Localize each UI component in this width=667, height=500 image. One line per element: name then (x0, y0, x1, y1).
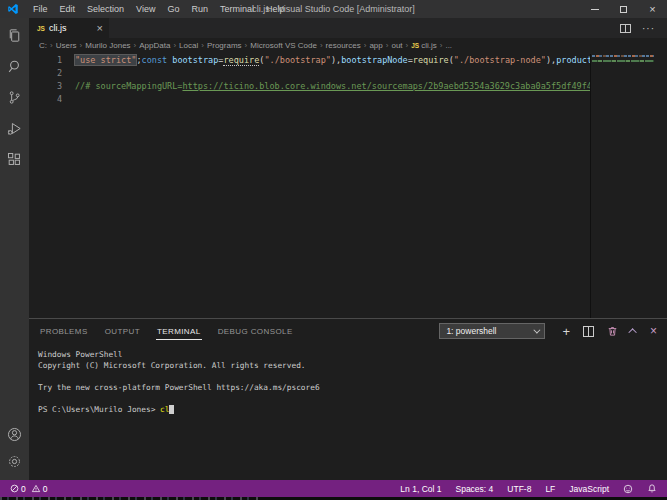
terminal-line (38, 393, 667, 404)
terminal-selector-value: 1: powershell (446, 326, 496, 336)
js-file-icon: JS (411, 42, 419, 49)
status-language-mode[interactable]: JavaScript (569, 484, 609, 494)
breadcrumb-segment[interactable]: app (368, 41, 383, 50)
breadcrumb: C:›Users›Murilo Jones›AppData›Local›Prog… (29, 38, 667, 52)
explorer-icon[interactable] (6, 27, 23, 44)
breadcrumb-segment[interactable]: out (390, 41, 403, 50)
code-token: product (556, 55, 590, 65)
code-token: "use strict" (75, 55, 136, 65)
kill-terminal-icon[interactable] (607, 325, 618, 337)
breadcrumb-separator-icon: › (199, 41, 206, 50)
manage-icon[interactable] (6, 453, 23, 470)
menu-selection[interactable]: Selection (81, 0, 130, 18)
code-token: bootstrapNode (341, 55, 408, 65)
tab-close-icon[interactable]: × (97, 23, 103, 34)
error-count: 0 (21, 484, 26, 494)
menu-edit[interactable]: Edit (54, 0, 82, 18)
breadcrumb-segment[interactable]: resources (325, 41, 362, 50)
breadcrumb-segment[interactable]: JScli.js (410, 41, 438, 50)
breadcrumb-separator-icon: › (404, 41, 411, 50)
new-terminal-icon[interactable]: + (562, 325, 570, 338)
terminal-selector-dropdown[interactable]: 1: powershell (439, 323, 545, 339)
breadcrumb-segment[interactable]: Murilo Jones (84, 41, 131, 50)
breadcrumb-segment[interactable]: Local (178, 41, 199, 50)
tab-clijs[interactable]: JS cli.js × (29, 18, 109, 38)
line-number: 4 (29, 93, 75, 106)
run-and-debug-icon[interactable] (6, 120, 23, 137)
code-token: require (413, 55, 449, 65)
tab-label: cli.js (49, 23, 67, 33)
more-actions-icon[interactable]: ··· (642, 23, 655, 34)
vscode-logo-icon (7, 3, 19, 15)
breadcrumb-separator-icon: › (438, 41, 445, 50)
breadcrumb-separator-icon: › (362, 41, 369, 50)
warning-count: 0 (43, 484, 48, 494)
breadcrumb-segment[interactable]: C: (38, 41, 48, 50)
window-controls: × (580, 0, 667, 18)
terminal-line: Copyright (C) Microsoft Corporation. All… (38, 360, 667, 371)
breadcrumb-segment[interactable]: AppData (138, 41, 171, 50)
minimap[interactable] (591, 54, 655, 318)
panel-tabs: PROBLEMSOUTPUTTERMINALDEBUG CONSOLE (39, 322, 294, 340)
close-window-button[interactable]: × (638, 0, 667, 18)
terminal-command: cl (160, 405, 169, 414)
code-line: 3//# sourceMappingURL=https://ticino.blo… (29, 80, 590, 93)
terminal-prompt: PS C:\Users\Murilo Jones> (38, 405, 160, 414)
breadcrumb-separator-icon: › (78, 41, 85, 50)
activity-bar (0, 18, 29, 480)
close-panel-icon[interactable]: × (650, 325, 657, 337)
panel-tab-debug-console[interactable]: DEBUG CONSOLE (217, 322, 294, 340)
source-control-icon[interactable] (6, 89, 23, 106)
menu-view[interactable]: View (130, 0, 161, 18)
breadcrumb-segment-label: cli.js (421, 41, 437, 50)
tab-bar: JS cli.js × ··· (29, 18, 667, 38)
panel-actions: 1: powershell +× (439, 323, 657, 339)
panel-tab-problems[interactable]: PROBLEMS (39, 322, 89, 340)
minimize-button[interactable] (580, 0, 609, 18)
breadcrumb-separator-icon: › (171, 41, 178, 50)
breadcrumb-segment[interactable]: Programs (206, 41, 243, 50)
breadcrumb-separator-icon: › (48, 41, 55, 50)
bottom-panel: PROBLEMSOUTPUTTERMINALDEBUG CONSOLE 1: p… (29, 318, 667, 480)
breadcrumb-segment[interactable]: Microsoft VS Code (249, 41, 318, 50)
code-area[interactable]: 1"use strict";const bootstrap=require(".… (29, 54, 590, 318)
code-token: //# sourceMappingURL= (75, 81, 182, 91)
menu-file[interactable]: File (27, 0, 54, 18)
maximize-button[interactable] (609, 0, 638, 18)
notifications-bell-icon[interactable] (647, 483, 657, 494)
panel-tab-output[interactable]: OUTPUT (104, 322, 141, 340)
terminal-cursor (169, 405, 174, 414)
accounts-icon[interactable] (6, 426, 23, 443)
maximize-panel-icon[interactable] (631, 328, 637, 334)
code-editor[interactable]: 1"use strict";const bootstrap=require(".… (29, 52, 667, 318)
status-eol[interactable]: LF (545, 484, 555, 494)
panel-header: PROBLEMSOUTPUTTERMINALDEBUG CONSOLE 1: p… (29, 319, 667, 343)
problems-status[interactable]: 0 0 (10, 484, 47, 494)
breadcrumb-segment[interactable]: ... (444, 41, 453, 50)
line-number: 1 (29, 54, 75, 67)
breadcrumb-segment-label: app (369, 41, 382, 50)
feedback-smiley-icon[interactable] (623, 484, 633, 494)
breadcrumb-segment-label: AppData (139, 41, 170, 50)
split-editor-icon[interactable] (620, 24, 631, 33)
terminal-prompt-line: PS C:\Users\Murilo Jones> cl (38, 404, 667, 415)
window-title: cli.js - Visual Studio Code [Administrat… (252, 4, 414, 14)
terminal-output[interactable]: Windows PowerShellCopyright (C) Microsof… (29, 343, 667, 480)
search-icon[interactable] (6, 58, 23, 75)
panel-tab-terminal[interactable]: TERMINAL (156, 322, 202, 340)
breadcrumb-separator-icon: › (318, 41, 325, 50)
menu-run[interactable]: Run (185, 0, 214, 18)
extensions-icon[interactable] (6, 151, 23, 168)
code-line-content: //# sourceMappingURL=https://ticino.blob… (75, 80, 590, 93)
status-encoding[interactable]: UTF-8 (507, 484, 531, 494)
breadcrumb-segment-label: C: (39, 41, 47, 50)
code-line: 2 (29, 67, 590, 80)
menu-go[interactable]: Go (161, 0, 185, 18)
code-token: "./bootstrap-node" (454, 55, 546, 65)
warning-icon (31, 484, 41, 493)
status-cursor-position[interactable]: Ln 1, Col 1 (400, 484, 441, 494)
split-terminal-icon[interactable] (583, 326, 594, 337)
breadcrumb-separator-icon: › (384, 41, 391, 50)
status-indentation[interactable]: Spaces: 4 (455, 484, 493, 494)
breadcrumb-segment[interactable]: Users (55, 41, 78, 50)
